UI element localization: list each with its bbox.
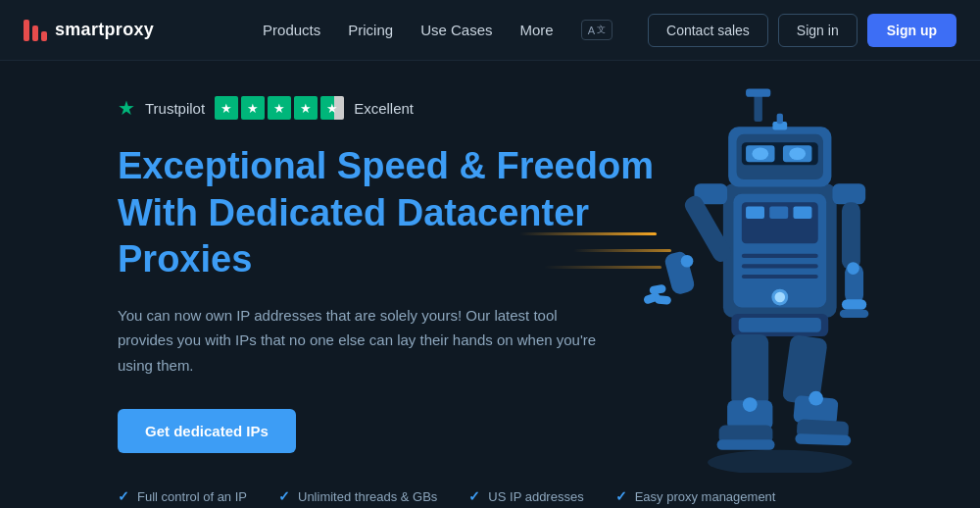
check-icon-4: ✓ [615, 488, 627, 504]
svg-rect-11 [742, 275, 818, 279]
svg-rect-47 [777, 114, 783, 125]
hero-section: ★ Trustpilot ★ ★ ★ ★ ★ Excellent Excepti… [0, 61, 980, 508]
svg-point-18 [789, 147, 806, 160]
motion-line-2 [573, 249, 671, 252]
robot-svg [608, 80, 921, 473]
robot-illustration [608, 80, 921, 473]
feature-2: ✓ Unlimited threads & GBs [278, 488, 437, 504]
svg-rect-9 [742, 254, 818, 258]
sign-up-button[interactable]: Sign up [867, 14, 956, 47]
nav-links: Products Pricing Use Cases More A 文 [263, 20, 612, 40]
motion-line-3 [544, 266, 662, 269]
svg-rect-35 [717, 439, 775, 450]
svg-rect-39 [795, 433, 851, 446]
check-icon-1: ✓ [118, 488, 129, 504]
svg-rect-2 [746, 88, 770, 96]
logo[interactable]: smartproxy [24, 20, 154, 41]
svg-rect-6 [746, 206, 764, 219]
star-2: ★ [241, 96, 265, 120]
lang-switcher[interactable]: A 文 [581, 20, 612, 40]
feature-3: ✓ US IP addresses [468, 488, 583, 504]
feature-label-3: US IP addresses [488, 489, 583, 504]
svg-rect-29 [840, 310, 868, 318]
trustpilot-icon: ★ [118, 96, 135, 120]
svg-point-45 [775, 292, 786, 303]
trustpilot-stars: ★ ★ ★ ★ ★ [215, 96, 344, 120]
svg-point-40 [743, 397, 758, 412]
svg-point-0 [708, 450, 852, 473]
contact-sales-button[interactable]: Contact sales [648, 14, 768, 47]
nav-products[interactable]: Products [263, 22, 320, 38]
star-4: ★ [294, 96, 318, 120]
logo-icon [24, 20, 47, 41]
feature-label-1: Full control of an IP [137, 489, 247, 504]
svg-rect-31 [739, 318, 821, 332]
feature-label-4: Easy proxy management [635, 489, 776, 504]
sign-in-button[interactable]: Sign in [778, 14, 858, 47]
check-icon-2: ✓ [278, 488, 290, 504]
svg-rect-8 [793, 206, 811, 219]
star-1: ★ [215, 96, 238, 120]
nav-pricing[interactable]: Pricing [348, 22, 393, 38]
trustpilot-rating: Excellent [354, 100, 414, 117]
feature-label-2: Unlimited threads & GBs [298, 489, 437, 504]
nav-more[interactable]: More [520, 22, 554, 38]
svg-rect-28 [842, 299, 866, 310]
feature-1: ✓ Full control of an IP [118, 488, 247, 504]
svg-point-17 [752, 147, 768, 160]
svg-rect-26 [842, 202, 860, 269]
svg-point-41 [808, 391, 823, 406]
trustpilot-brand: Trustpilot [145, 100, 205, 117]
features-list: ✓ Full control of an IP ✓ Unlimited thre… [118, 488, 902, 504]
svg-rect-7 [769, 206, 788, 219]
svg-point-43 [847, 262, 859, 275]
get-dedicated-ips-button[interactable]: Get dedicated IPs [118, 409, 296, 453]
motion-line-1 [519, 232, 657, 235]
hero-description: You can now own IP addresses that are so… [118, 303, 598, 379]
svg-rect-20 [832, 183, 865, 204]
nav-buttons: Contact sales Sign in Sign up [648, 14, 956, 47]
svg-rect-25 [655, 295, 672, 305]
nav-use-cases[interactable]: Use Cases [420, 22, 492, 38]
navbar: smartproxy Products Pricing Use Cases Mo… [0, 0, 980, 61]
lang-icon: A [588, 25, 595, 36]
check-icon-3: ✓ [468, 488, 480, 504]
star-3: ★ [268, 96, 291, 120]
star-5: ★ [320, 96, 344, 120]
lang-icon-2: 文 [597, 24, 606, 36]
hero-title: Exceptional Speed & Freedom With Dedicat… [118, 143, 666, 283]
svg-point-42 [681, 255, 694, 268]
feature-4: ✓ Easy proxy management [615, 488, 776, 504]
svg-rect-32 [731, 334, 768, 407]
brand-name: smartproxy [55, 20, 154, 40]
svg-rect-10 [742, 264, 818, 268]
